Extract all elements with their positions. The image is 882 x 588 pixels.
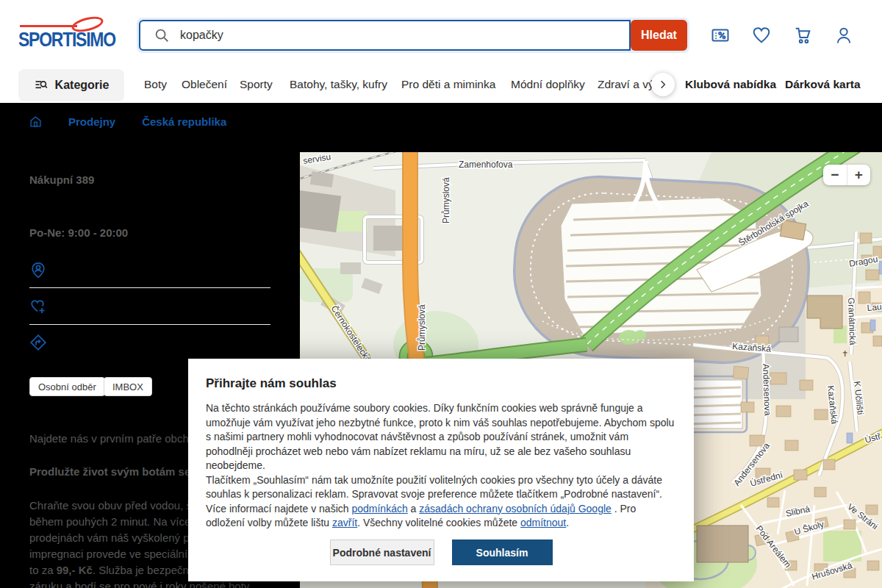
map-zoom-controls: − + xyxy=(823,165,870,185)
store-hours: Po-Ne: 9:00 - 20:00 xyxy=(29,226,128,239)
nav-item-boty[interactable]: Boty xyxy=(144,78,167,91)
cookie-p2-text: a xyxy=(408,503,420,514)
nav-item-darkova-karta[interactable]: Dárková karta xyxy=(785,78,861,91)
nav-item-pro-deti[interactable]: Pro děti a miminka xyxy=(401,78,495,91)
nav-item-obleceni[interactable]: Oblečení xyxy=(182,78,227,91)
breadcrumb-ceska-republika[interactable]: Česká republika xyxy=(142,115,226,128)
google-privacy-link[interactable]: zásadách ochrany osobních údajů Google xyxy=(419,503,612,514)
cookie-paragraph-1: Na těchto stránkách používáme soubory co… xyxy=(206,401,676,473)
categories-icon xyxy=(34,78,49,93)
nav-item-modni-doplnky[interactable]: Módní doplňky xyxy=(511,78,585,91)
page-content: Prodejny Česká republika xyxy=(0,103,882,588)
store-address: Nákupní 389 xyxy=(29,173,94,186)
cookie-paragraph-2: Tlačítkem „Souhlasím“ nám tak umožníte p… xyxy=(206,473,676,531)
search-input[interactable]: kopačky xyxy=(139,20,631,51)
nav-item-batohy[interactable]: Batohy, tašky, kufry xyxy=(290,78,387,91)
divider xyxy=(29,324,270,325)
reject-cookies-link[interactable]: odmítnout xyxy=(520,517,566,528)
map-label-granatnicka: Granátnická xyxy=(846,298,858,345)
search-query-text: kopačky xyxy=(180,29,223,42)
cookie-dialog-title: Přihrajte nám souhlas xyxy=(206,376,676,391)
divider xyxy=(29,287,270,288)
logo-text: SPORTISIMO xyxy=(18,28,115,51)
voucher-icon[interactable] xyxy=(710,25,731,46)
map-label-prumyslova-top: Průmyslová xyxy=(441,177,451,223)
price-bold: 99,- Kč xyxy=(57,564,93,576)
search-icon xyxy=(154,27,170,43)
nav-item-sporty[interactable]: Sporty xyxy=(240,78,273,91)
user-account-icon[interactable] xyxy=(833,25,854,46)
categories-label: Kategorie xyxy=(55,79,110,92)
close-bar-link[interactable]: zavřít xyxy=(332,517,357,528)
map-label-laudonova: Laud xyxy=(867,301,882,313)
price-pre: to za xyxy=(29,564,57,576)
cookie-p2-text: . Všechny volitelné cookies můžete xyxy=(357,517,520,528)
directions-icon xyxy=(29,334,47,351)
cookie-buttons-row: Podrobné nastavení Souhlasím xyxy=(188,539,694,565)
favorite-store-row[interactable] xyxy=(29,298,270,318)
price-post: . Služba je bezpečná, xyxy=(93,564,198,576)
detailed-settings-button[interactable]: Podrobné nastavení xyxy=(330,539,434,565)
terms-link[interactable]: podmínkách xyxy=(351,503,407,514)
nav-scroll-right-button[interactable] xyxy=(651,73,675,96)
navigate-row[interactable] xyxy=(29,334,270,354)
zoom-in-button[interactable]: + xyxy=(847,165,870,185)
zoom-out-button[interactable]: − xyxy=(823,165,847,185)
location-pin-icon xyxy=(29,262,47,279)
map-label-prumyslova-bottom: Průmyslová xyxy=(417,304,427,351)
chevron-right-icon xyxy=(658,79,668,90)
map-label-zamenhofova: Zamenhofova xyxy=(459,159,513,170)
breadcrumb: Prodejny Česká republika xyxy=(29,113,226,129)
map-label-andersenova-v: Andersenova xyxy=(761,364,772,416)
sportisimo-logo[interactable]: SPORTISIMO xyxy=(18,15,121,53)
show-on-map-row[interactable] xyxy=(29,262,270,282)
svg-text:✝: ✝ xyxy=(842,349,848,358)
header: SPORTISIMO kopačky Hledat xyxy=(0,0,882,103)
heart-plus-icon xyxy=(29,298,47,315)
categories-button[interactable]: Kategorie xyxy=(18,69,124,101)
logo-swoosh-line xyxy=(20,25,77,27)
nav-item-zdravi[interactable]: Zdraví a výž xyxy=(598,78,659,91)
search-submit-button[interactable]: Hledat xyxy=(631,20,687,51)
search-bar: kopačky Hledat xyxy=(137,18,689,53)
breadcrumb-prodejny[interactable]: Prodejny xyxy=(68,115,115,128)
wishlist-heart-icon[interactable] xyxy=(751,25,772,46)
badge-osobni-odber: Osobní odběr xyxy=(29,377,105,396)
cookie-p2-text: . xyxy=(566,517,569,528)
badge-imbox: IMBOX xyxy=(104,377,152,396)
cart-icon[interactable] xyxy=(792,25,813,46)
nav-item-klubova-nabidka[interactable]: Klubová nabídka xyxy=(685,78,776,91)
home-icon[interactable] xyxy=(29,115,42,128)
cookie-consent-dialog: Přihrajte nám souhlas Na těchto stránkác… xyxy=(188,359,694,581)
accept-cookies-button[interactable]: Souhlasím xyxy=(452,539,553,565)
